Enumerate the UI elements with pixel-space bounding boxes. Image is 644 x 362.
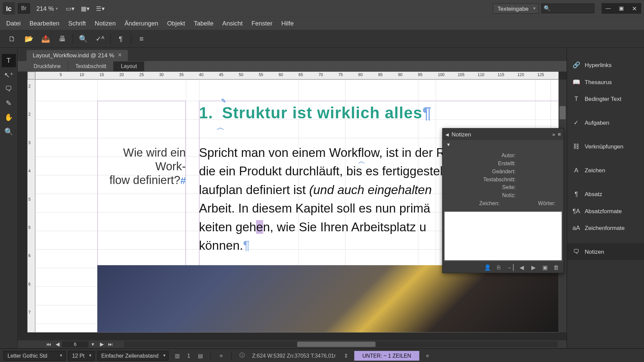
new-doc-icon[interactable]: 🗋 xyxy=(4,32,20,46)
view-tab-layout[interactable]: Layout xyxy=(114,61,144,71)
note-tool[interactable]: 🗨 xyxy=(2,82,16,96)
disclosure-icon[interactable]: ▼ xyxy=(446,142,450,147)
workspace-dropdown[interactable]: Texteingabe xyxy=(493,3,539,13)
margin-note[interactable]: Wie wird ein Work- flow definiert?# xyxy=(97,146,186,187)
prev-page-button[interactable]: ◀ xyxy=(53,342,62,347)
body-l3b: (und auch eingehalten xyxy=(309,183,432,197)
panel-hyperlinks[interactable]: 🔗Hyperlinks xyxy=(567,57,644,73)
minimize-button[interactable]: — xyxy=(601,3,615,14)
next-page-button[interactable]: ▶ xyxy=(97,342,106,347)
menu-ansicht[interactable]: Ansicht xyxy=(218,17,247,29)
show-hidden-icon[interactable]: ¶ xyxy=(112,32,129,46)
panel-label: Absatz xyxy=(585,191,602,197)
horizontal-scrollbar[interactable] xyxy=(124,341,558,347)
next-note-button[interactable]: ▶ xyxy=(529,264,538,271)
anchor-icon[interactable]: →⎮ xyxy=(506,264,515,271)
panel-label: Bedingter Text xyxy=(585,95,621,102)
save-icon[interactable]: 📤 xyxy=(37,32,54,46)
last-page-button[interactable]: ⏭ xyxy=(106,342,115,347)
panel-notizen[interactable]: 🗨Notizen xyxy=(567,243,644,260)
hyperlinks-icon: 🔗 xyxy=(572,61,580,69)
document-tab[interactable]: Layout_Workflow.indd @ 214 % ✕ xyxy=(26,50,128,61)
search-icon: 🔍 xyxy=(544,5,550,11)
type-tool[interactable]: T xyxy=(2,54,16,67)
font-size-dropdown[interactable]: 12 Pt xyxy=(68,351,95,360)
zeichenformate-icon: aA xyxy=(572,224,580,232)
align-icon[interactable]: ≡ xyxy=(215,351,227,360)
panel-menu-icon[interactable]: ≡ xyxy=(133,32,150,46)
panel-verknüpfungen[interactable]: ⛓Verknüpfungen xyxy=(567,138,644,155)
menu-objekt[interactable]: Objekt xyxy=(163,17,190,29)
open-icon[interactable]: 📂 xyxy=(20,32,37,46)
panel-zeichenformate[interactable]: aAZeichenformate xyxy=(567,219,644,236)
view-tab-druckfahne[interactable]: Druckfahne xyxy=(26,61,68,71)
panel-label: Notizen xyxy=(585,248,604,255)
arrange-icon[interactable]: ▦▾ xyxy=(79,3,92,14)
user-icon[interactable]: 👤 xyxy=(483,264,492,271)
spellcheck-icon[interactable]: ✓ᴬ xyxy=(92,32,108,46)
ruler-origin[interactable] xyxy=(28,72,36,80)
close-tab-icon[interactable]: ✕ xyxy=(118,52,122,59)
panel-menu-icon[interactable]: ≡ xyxy=(558,131,561,137)
menu-tabelle[interactable]: Tabelle xyxy=(190,17,218,29)
delete-note-button[interactable]: 🗑 xyxy=(552,264,561,271)
panel-label: Zeichenformate xyxy=(585,224,625,231)
body-l5b-marked: e xyxy=(256,220,263,234)
columns-icon[interactable]: ▥ xyxy=(171,351,183,360)
panel-bedingter text[interactable]: TBedingter Text xyxy=(567,90,644,107)
label-page: Seite: xyxy=(447,184,519,190)
placed-image[interactable] xyxy=(97,265,558,332)
prev-note-button[interactable]: ◀ xyxy=(518,264,526,271)
info-icon[interactable]: ⓘ xyxy=(236,351,248,360)
menu-änderungen[interactable]: Änderungen xyxy=(120,17,163,29)
panel-zeichen[interactable]: AZeichen xyxy=(567,162,644,179)
menu-fenster[interactable]: Fenster xyxy=(247,17,277,29)
heading-text[interactable]: 1. Struktur ist wirklich alles¶ xyxy=(199,104,432,122)
close-button[interactable]: ✕ xyxy=(628,3,641,14)
find-icon[interactable]: 🔍 xyxy=(75,32,92,46)
page-number-field[interactable]: 6 xyxy=(62,341,89,347)
pilcrow-icon: ¶ xyxy=(423,104,432,122)
position-tool[interactable]: ↖⁺ xyxy=(2,68,16,81)
track-change-icon: ✎ xyxy=(221,97,226,104)
maximize-button[interactable]: ▣ xyxy=(615,3,628,14)
new-note-button[interactable]: ▣ xyxy=(540,264,549,271)
text-flow-icon[interactable]: ▤ xyxy=(195,351,206,360)
copyfit-indicator: UNTER: ~ 1 ZEILEN xyxy=(354,351,419,360)
aufgaben-icon: ✓ xyxy=(572,118,580,126)
collapse-icon[interactable]: ◀ xyxy=(445,132,449,137)
screen-mode-icon[interactable]: ▭▾ xyxy=(64,3,76,14)
expand-icon[interactable]: » xyxy=(552,132,555,137)
panel-label: Thesaurus xyxy=(585,78,612,85)
menu-bearbeiten[interactable]: Bearbeiten xyxy=(25,17,64,29)
menu-datei[interactable]: Datei xyxy=(2,17,25,29)
view-options-icon[interactable]: ☰▾ xyxy=(94,3,106,14)
menu-schrift[interactable]: Schrift xyxy=(64,17,90,29)
absatzformate-icon: ¶A xyxy=(572,207,580,215)
menu-hilfe[interactable]: Hilfe xyxy=(277,17,298,29)
menu-icon[interactable]: ≡ xyxy=(422,351,433,360)
panel-absatzformate[interactable]: ¶AAbsatzformate xyxy=(567,202,644,219)
go-note-icon[interactable]: ⎘ xyxy=(494,264,503,271)
menu-notizen[interactable]: Notizen xyxy=(90,17,120,29)
notes-panel[interactable]: ◀ Notizen » ≡ ▼ Autor: Erstellt: Geänder… xyxy=(442,128,564,273)
panel-absatz[interactable]: ¶Absatz xyxy=(567,186,644,202)
first-page-button[interactable]: ⏮ xyxy=(44,342,53,347)
hand-tool[interactable]: ✋ xyxy=(2,111,16,124)
zoom-tool[interactable]: 🔍 xyxy=(2,125,16,138)
search-input[interactable]: 🔍 xyxy=(541,4,594,13)
zoom-value: 214 % xyxy=(36,5,54,12)
sidenote-line2: flow definiert? xyxy=(109,173,180,187)
view-tab-textabschnitt[interactable]: Textabschnitt xyxy=(68,61,114,71)
depth-icon[interactable]: ⇕ xyxy=(340,351,352,360)
note-text-area[interactable] xyxy=(444,212,561,260)
panel-aufgaben[interactable]: ✓Aufgaben xyxy=(567,114,644,131)
page-dropdown-icon[interactable]: ▾ xyxy=(89,342,97,347)
font-family-dropdown[interactable]: Letter Gothic Std xyxy=(4,351,66,360)
leading-dropdown[interactable]: Einfacher Zeilenabstand xyxy=(97,351,169,360)
bridge-button[interactable]: Br xyxy=(18,3,30,14)
eyedropper-tool[interactable]: ✎ xyxy=(2,96,16,110)
zoom-dropdown[interactable]: 214 % ▾ xyxy=(33,5,61,12)
panel-thesaurus[interactable]: 📖Thesaurus xyxy=(567,73,644,90)
print-icon[interactable]: 🖶 xyxy=(54,32,71,46)
